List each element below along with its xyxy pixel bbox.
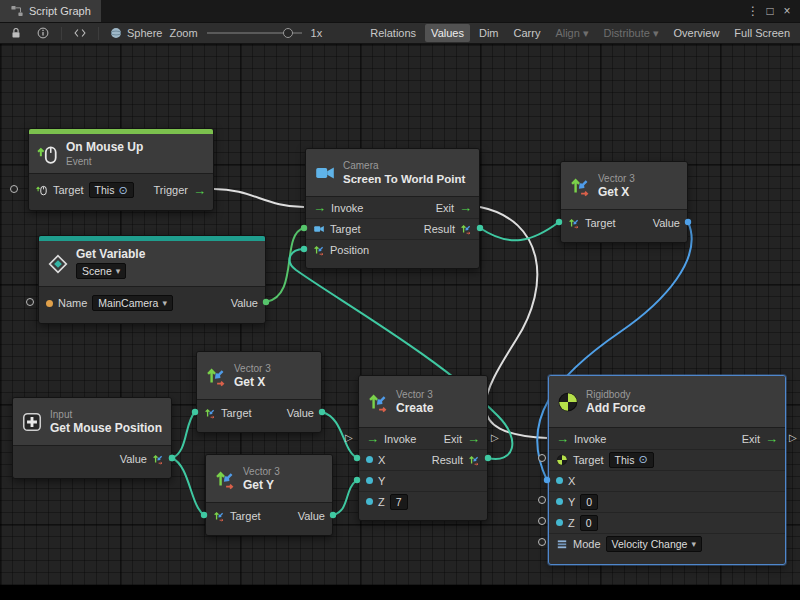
vector3-icon [204, 407, 216, 419]
node-get-x-mid[interactable]: Vector 3 Get X Target Value [196, 351, 322, 433]
maximize-icon[interactable]: □ [762, 0, 778, 22]
target-object-chip[interactable]: This ⊙ [609, 452, 654, 468]
y-value-field[interactable]: 0 [580, 494, 598, 510]
chevron-down-icon: ▾ [653, 27, 659, 39]
input-icon [21, 411, 43, 433]
port-row-invoke-exit: → Invoke Exit → [359, 428, 487, 449]
flow-arrow-icon[interactable]: → [765, 432, 778, 445]
zoom-value: 1x [311, 27, 323, 39]
code-view-button[interactable] [68, 24, 92, 42]
node-category: Vector 3 [234, 363, 271, 374]
distribute-label: Distribute [603, 27, 649, 39]
port-label-value: Value [120, 453, 147, 465]
carry-button[interactable]: Carry [508, 24, 547, 42]
port-label-x: X [378, 454, 385, 466]
flow-arrow-icon[interactable]: → [459, 201, 472, 214]
z-value-field[interactable]: 0 [580, 515, 598, 531]
tab-script-graph[interactable]: Script Graph [0, 0, 101, 22]
variable-name-value: MainCamera [98, 297, 158, 309]
vector3-icon [367, 391, 389, 413]
port-label-y: Y [378, 475, 385, 487]
unconnected-flow-port-create-invoke[interactable]: ▷ [345, 433, 353, 443]
vector3-icon [152, 453, 164, 465]
node-get-mouse-position[interactable]: Input Get Mouse Position Value [12, 397, 172, 479]
port-row-x: X [549, 470, 785, 491]
lock-icon [9, 26, 23, 40]
unconnected-port-addforce-mode[interactable] [538, 538, 546, 546]
unconnected-port-addforce-target[interactable] [538, 454, 546, 462]
unconnected-port-mouseup-target[interactable] [10, 185, 18, 193]
port-label-target: Target [53, 184, 84, 196]
node-get-variable[interactable]: Get Variable Scene ▾ Name MainCamera ▾ V… [38, 235, 266, 324]
mode-dropdown[interactable]: Velocity Change ▾ [606, 536, 702, 552]
unconnected-port-addforce-y[interactable] [538, 496, 546, 504]
port-label-invoke: Invoke [574, 433, 606, 445]
float-port-dot[interactable] [556, 519, 563, 526]
node-add-force[interactable]: Rigidbody Add Force → Invoke Exit → Targ… [548, 375, 786, 565]
float-port-dot[interactable] [366, 477, 373, 484]
variable-kind-value: Scene [82, 265, 112, 277]
align-dropdown[interactable]: Align ▾ [549, 24, 594, 43]
node-screen-to-world-point[interactable]: Camera Screen To World Point → Invoke Ex… [305, 148, 480, 269]
unconnected-flow-port-create-exit[interactable]: ▷ [491, 433, 499, 443]
graph-owner[interactable]: Sphere [105, 26, 166, 40]
flow-arrow-icon[interactable]: → [366, 432, 379, 445]
node-get-x-top[interactable]: Vector 3 Get X Target Value [560, 161, 688, 243]
float-port-dot[interactable] [366, 456, 373, 463]
full-screen-button[interactable]: Full Screen [728, 24, 796, 42]
string-port-dot[interactable] [46, 300, 53, 307]
unconnected-flow-port-addforce-exit[interactable]: ▷ [789, 433, 797, 443]
menu-icon[interactable]: ⋮ [745, 0, 761, 22]
node-title: Get X [234, 376, 271, 389]
port-row-z: Z 0 [549, 512, 785, 533]
unconnected-port-variable-name[interactable] [26, 298, 34, 306]
variable-kind-dropdown[interactable]: Scene ▾ [76, 263, 126, 279]
tab-bar: Script Graph ⋮ □ × [0, 0, 800, 22]
node-get-y[interactable]: Vector 3 Get Y Target Value [205, 454, 333, 536]
port-row-x-result: X Result [359, 449, 487, 470]
window-bottom-edge [0, 585, 800, 600]
node-create-vector3[interactable]: Vector 3 Create → Invoke Exit → X Result [358, 375, 488, 521]
vector3-icon [313, 244, 325, 256]
mouse-icon [37, 143, 59, 165]
distribute-dropdown[interactable]: Distribute ▾ [597, 24, 664, 43]
z-value-field[interactable]: 7 [390, 494, 408, 510]
close-icon[interactable]: × [779, 0, 795, 22]
variable-icon [47, 253, 69, 275]
zoom-slider[interactable] [207, 32, 302, 34]
float-port-dot[interactable] [556, 477, 563, 484]
port-row-target-result: Target Result [306, 218, 479, 239]
node-title: On Mouse Up [66, 141, 143, 154]
target-object-chip[interactable]: This ⊙ [89, 182, 134, 198]
lock-button[interactable] [4, 24, 28, 42]
script-graph-window: Script Graph ⋮ □ × Sphere Zoom 1x Relati… [0, 0, 800, 600]
port-label-z: Z [378, 496, 385, 508]
node-category: Vector 3 [598, 173, 635, 184]
relations-button[interactable]: Relations [364, 24, 422, 42]
overview-button[interactable]: Overview [668, 24, 726, 42]
scope-icon: ⊙ [118, 184, 127, 197]
values-button[interactable]: Values [425, 24, 470, 42]
port-row-target-trigger: Target This ⊙ Trigger → [29, 174, 213, 206]
vector3-icon [468, 454, 480, 466]
align-label: Align [555, 27, 579, 39]
port-label-exit: Exit [444, 433, 462, 445]
gameobject-icon [109, 26, 123, 40]
node-title: Get X [598, 186, 635, 199]
flow-arrow-icon[interactable]: → [556, 432, 569, 445]
unconnected-port-addforce-z[interactable] [538, 517, 546, 525]
inspect-button[interactable] [31, 24, 55, 42]
node-on-mouse-up[interactable]: On Mouse Up Event Target This ⊙ Trigger … [28, 128, 214, 211]
flow-arrow-icon[interactable]: → [467, 432, 480, 445]
dim-button[interactable]: Dim [473, 24, 505, 42]
float-port-dot[interactable] [366, 498, 373, 505]
chevron-down-icon: ▾ [691, 539, 696, 549]
tab-bar-spacer [101, 0, 745, 22]
variable-name-dropdown[interactable]: MainCamera ▾ [92, 295, 173, 311]
vector3-icon [569, 175, 591, 197]
float-port-dot[interactable] [556, 498, 563, 505]
node-subtitle: Event [66, 156, 143, 167]
flow-arrow-icon[interactable]: → [313, 201, 326, 214]
zoom-slider-handle[interactable] [283, 28, 293, 38]
flow-arrow-icon[interactable]: → [193, 184, 206, 197]
